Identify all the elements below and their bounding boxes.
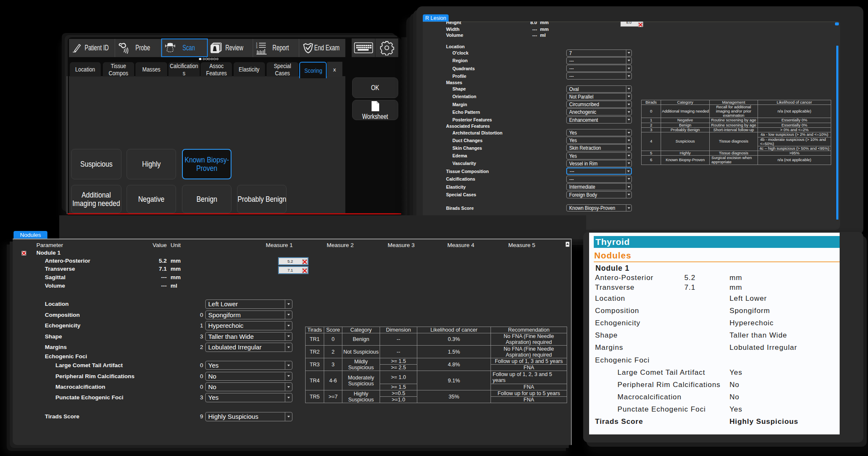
svg-text:3: 3 — [256, 46, 257, 49]
